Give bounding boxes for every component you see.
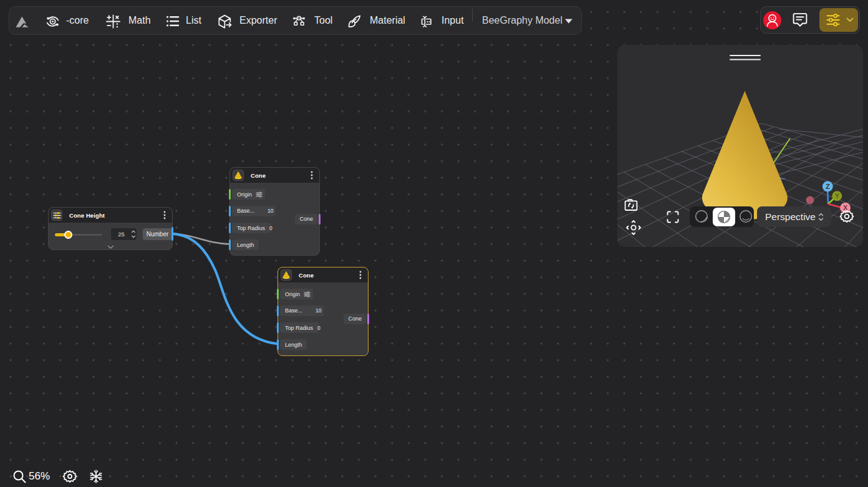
svg-text:Z: Z [826,183,830,190]
svg-text:Y: Y [835,192,840,200]
